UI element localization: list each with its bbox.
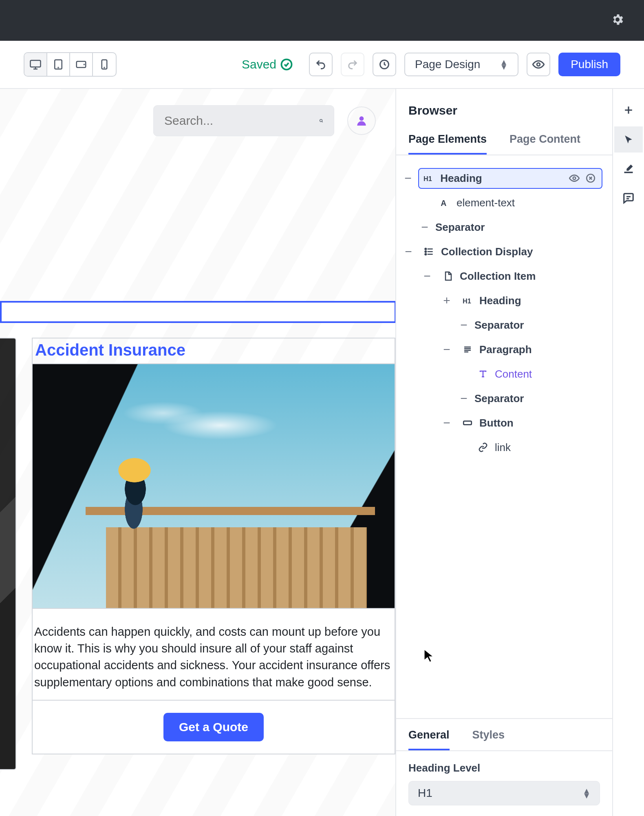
publish-button[interactable]: Publish	[558, 53, 620, 76]
gear-icon[interactable]	[611, 13, 624, 28]
collapse-icon[interactable]: −	[442, 343, 452, 356]
search-input[interactable]	[164, 114, 319, 128]
app-header	[0, 0, 644, 41]
tree-label: Heading	[479, 294, 521, 307]
eye-icon[interactable]	[569, 173, 580, 184]
tab-styles[interactable]: Styles	[472, 729, 505, 750]
tree-collection-display[interactable]: − Collection Display	[401, 239, 602, 264]
collapse-icon[interactable]: −	[442, 417, 452, 429]
collapse-icon[interactable]: −	[404, 245, 413, 258]
tree-content[interactable]: Content	[401, 362, 602, 386]
tree-label: Separator	[474, 319, 524, 332]
card-title-row: Accident Insurance	[33, 338, 395, 364]
inspector-panel: Browser Page Elements Page Content − H1 …	[396, 89, 612, 816]
tree-label: element-text	[457, 197, 515, 209]
card-title[interactable]: Accident Insurance	[33, 338, 187, 363]
edit-mode-select[interactable]: Page Design ▲▼	[404, 53, 518, 76]
styles-panel-button[interactable]	[614, 156, 643, 182]
svg-point-13	[573, 177, 576, 180]
sort-icon: ▲▼	[582, 788, 591, 798]
tree-separator-1[interactable]: − Separator	[401, 215, 602, 239]
tree-link[interactable]: link	[401, 435, 602, 460]
svg-point-11	[359, 116, 364, 121]
tree-separator-2[interactable]: − Separator	[401, 313, 602, 337]
adjacent-card-peek	[0, 338, 16, 770]
tab-page-content[interactable]: Page Content	[509, 133, 580, 155]
property-tabs: General Styles	[396, 718, 612, 751]
sort-icon: ▲▼	[500, 60, 508, 69]
heading-level-label: Heading Level	[408, 762, 600, 774]
preview-button[interactable]	[527, 53, 550, 76]
editor-toolbar: Saved Page Design ▲▼ Publish	[0, 41, 644, 89]
tab-general[interactable]: General	[408, 729, 450, 750]
text-icon: A	[439, 197, 451, 208]
properties-body: Heading Level H1 ▲▼	[396, 751, 612, 816]
save-status-label: Saved	[242, 57, 276, 71]
svg-text:A: A	[441, 199, 446, 208]
card-paragraph: Accidents can happen quickly, and costs …	[33, 609, 395, 701]
preview-header	[0, 89, 395, 146]
tree-label: Heading	[440, 172, 482, 185]
tab-page-elements[interactable]: Page Elements	[408, 133, 487, 155]
history-button[interactable]	[373, 53, 396, 76]
device-landscape-button[interactable]	[70, 53, 93, 76]
tree-heading-2[interactable]: + H1 Heading	[401, 288, 602, 313]
svg-point-18	[425, 254, 426, 255]
card-hero-image	[33, 364, 395, 609]
expand-icon[interactable]: +	[442, 294, 452, 307]
list-icon	[423, 246, 435, 257]
redo-button[interactable]	[341, 53, 364, 76]
tree-separator-3[interactable]: − Separator	[401, 386, 602, 411]
tree-label: Collection Item	[460, 270, 536, 283]
checkmark-circle-icon	[280, 58, 293, 71]
svg-point-9	[537, 63, 540, 66]
comments-panel-button[interactable]	[614, 185, 643, 211]
tree-heading[interactable]: − H1 Heading	[401, 166, 602, 190]
page-canvas[interactable]: Accident Insurance Accidents can happen …	[0, 89, 396, 816]
add-panel-button[interactable]	[614, 97, 643, 123]
tree-label: Button	[479, 417, 514, 429]
svg-point-6	[104, 67, 104, 68]
minus-icon: −	[459, 319, 469, 331]
collapse-icon[interactable]: −	[404, 172, 412, 184]
h1-icon: H1	[422, 173, 434, 184]
selected-heading-placeholder[interactable]	[0, 301, 396, 323]
card-button-row: Get a Quote	[33, 701, 395, 754]
tree-label: Separator	[474, 392, 524, 405]
edit-mode-label: Page Design	[415, 58, 480, 71]
device-selector	[24, 52, 117, 77]
heading-level-select[interactable]: H1 ▲▼	[408, 781, 600, 805]
svg-text:H1: H1	[423, 175, 432, 182]
tree-element-text[interactable]: A element-text	[401, 190, 602, 215]
text-format-icon	[477, 369, 489, 379]
svg-rect-20	[463, 421, 472, 425]
delete-icon[interactable]	[585, 173, 596, 184]
collapse-icon[interactable]: −	[422, 270, 432, 282]
user-icon	[355, 114, 368, 127]
get-quote-button[interactable]: Get a Quote	[163, 713, 264, 741]
undo-button[interactable]	[309, 53, 333, 76]
tree-collection-item[interactable]: − Collection Item	[401, 264, 602, 288]
svg-point-2	[58, 67, 58, 68]
element-tree: − H1 Heading A element-text − Separator	[396, 155, 612, 718]
svg-point-4	[84, 64, 84, 64]
tree-button[interactable]: − Button	[401, 411, 602, 435]
inspector-tabs: Page Elements Page Content	[396, 123, 612, 155]
selection-panel-button[interactable]	[614, 126, 643, 153]
tree-label: link	[495, 441, 511, 454]
device-desktop-button[interactable]	[24, 53, 47, 76]
paragraph-icon	[461, 345, 474, 354]
svg-point-16	[425, 248, 426, 250]
device-phone-button[interactable]	[93, 53, 116, 76]
user-avatar[interactable]	[347, 106, 376, 135]
tree-paragraph[interactable]: − Paragraph	[401, 337, 602, 362]
tree-label: Paragraph	[479, 343, 532, 356]
insurance-card: Accident Insurance Accidents can happen …	[32, 338, 395, 754]
button-icon	[461, 418, 474, 428]
device-tablet-button[interactable]	[47, 53, 70, 76]
svg-point-10	[320, 119, 322, 122]
search-box[interactable]	[153, 105, 334, 136]
tree-label: Collection Display	[441, 245, 533, 258]
svg-rect-0	[31, 60, 41, 67]
minus-icon: −	[420, 221, 430, 233]
